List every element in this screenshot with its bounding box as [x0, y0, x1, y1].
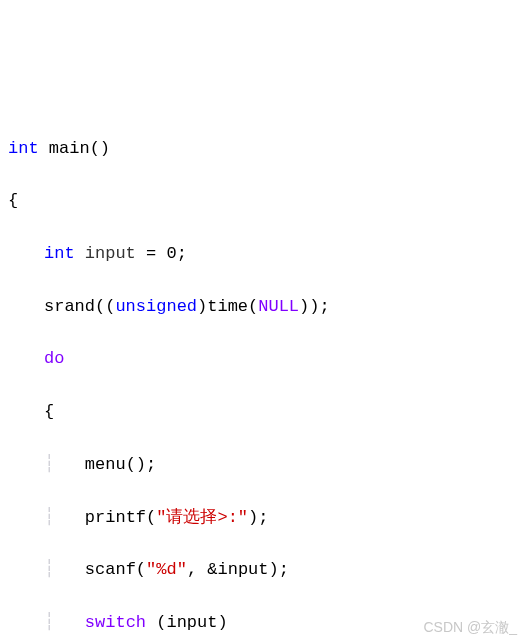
keyword-switch: switch [85, 613, 146, 632]
code-line: srand((unsigned)time(NULL)); [8, 294, 519, 320]
function-name: main [49, 139, 90, 158]
code-block: int main() { int input = 0; srand((unsig… [8, 109, 519, 643]
keyword-type: int [8, 139, 39, 158]
code-line: ┆ scanf("%d", &input); [8, 557, 519, 583]
code-line: ┆ printf("请选择>:"); [8, 505, 519, 531]
code-line: { [8, 399, 519, 425]
code-line: do [8, 346, 519, 372]
keyword-type: int [44, 244, 75, 263]
keyword-do: do [44, 349, 64, 368]
code-line: int input = 0; [8, 241, 519, 267]
watermark-text: CSDN @玄澈_ [423, 617, 517, 639]
code-line: { [8, 188, 519, 214]
code-line: int main() [8, 136, 519, 162]
code-line: ┆ menu(); [8, 452, 519, 478]
